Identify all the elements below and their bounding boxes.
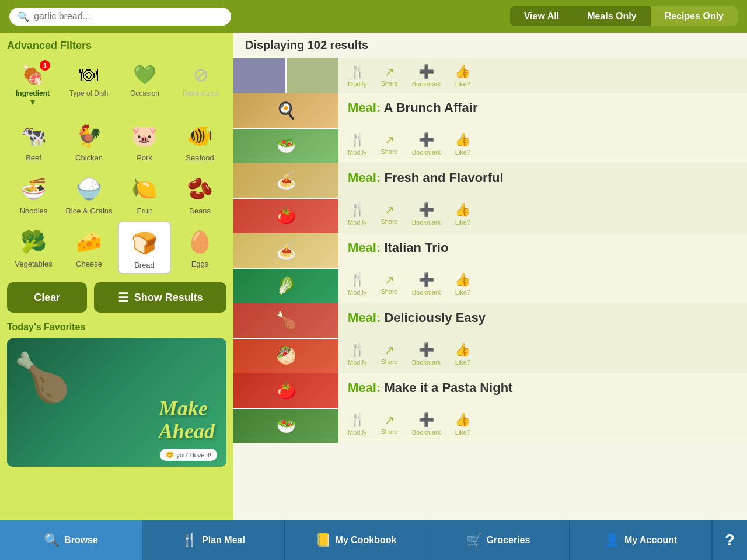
modify-4[interactable]: 🍴 Modify xyxy=(348,412,366,436)
action-like-partial[interactable]: 👍 Like? xyxy=(455,64,470,88)
partial-img-1 xyxy=(233,58,285,93)
result-name-1: Fresh and Flavorful xyxy=(384,170,503,185)
ingredient-chicken[interactable]: 🐓 Chicken xyxy=(62,115,116,166)
ingredient-grid: 🐄 Beef 🐓 Chicken 🐷 Pork 🐠 Seafood 🍜 Noo xyxy=(7,115,226,274)
main-content: Advanced Filters 🍖 1 Ingredient ▼ 🍽 Type… xyxy=(0,33,747,520)
favorites-image[interactable]: 🍗 MakeAhead 😊 you'll love it! xyxy=(7,338,226,467)
result-images-2: 🍝 🥬 xyxy=(233,233,338,303)
ingredient-seafood[interactable]: 🐠 Seafood xyxy=(173,115,226,166)
bookmark-1[interactable]: ➕ Bookmark xyxy=(412,202,441,226)
nav-plan-meal[interactable]: 🍴 Plan Meal xyxy=(142,520,285,560)
bookmark-label-partial: Bookmark xyxy=(412,80,441,88)
restrictions-icon: ⊘ xyxy=(183,60,218,89)
result-name-2: Italian Trio xyxy=(384,240,448,255)
ingredient-fruit[interactable]: 🍋 Fruit xyxy=(118,168,171,219)
search-box[interactable]: 🔍 xyxy=(9,8,231,26)
filter-tab-occasion[interactable]: 💚 Occasion xyxy=(119,60,170,107)
result-info-4: Meal: Make it a Pasta Night 🍴 Modify ↗ S… xyxy=(338,373,747,443)
result-item-partial: 🍴 Modify ↗ Share ➕ Bookmark 👍 xyxy=(233,58,747,93)
filter-tab-restrictions[interactable]: ⊘ Restrictions xyxy=(175,60,226,107)
beans-icon: 🫘 xyxy=(180,172,221,206)
ingredient-noodles[interactable]: 🍜 Noodles xyxy=(7,168,60,219)
result-item-0: 🍳 🥗 Meal: A Brunch Affair 🍴 Modify xyxy=(233,93,747,163)
seafood-icon: 🐠 xyxy=(180,118,221,153)
result-actions-2: 🍴 Modify ↗ Share ➕ Bookmark 👍 xyxy=(348,272,738,296)
results-header: Displaying 102 results xyxy=(233,33,747,58)
like-2[interactable]: 👍 Like? xyxy=(455,272,470,296)
nav-help[interactable]: ? xyxy=(712,520,747,560)
view-tabs: View All Meals Only Recipes Only xyxy=(510,6,738,26)
share-icon-2: ↗ xyxy=(385,273,395,287)
result-images-1: 🍝 🍅 xyxy=(233,163,338,233)
bookmark-0[interactable]: ➕ Bookmark xyxy=(412,132,441,156)
badge-icon: 😊 xyxy=(166,451,174,459)
modify-label-0: Modify xyxy=(348,149,366,156)
filter-tab-ingredient[interactable]: 🍖 1 Ingredient ▼ xyxy=(7,60,58,107)
tab-recipes-only[interactable]: Recipes Only xyxy=(651,6,738,26)
partial-images xyxy=(233,58,338,93)
result-title-1: Meal: Fresh and Flavorful xyxy=(348,170,738,186)
help-icon: ? xyxy=(725,531,735,550)
nav-browse[interactable]: 🔍 Browse xyxy=(0,520,142,560)
share-label-2: Share xyxy=(381,288,397,295)
ingredient-pork[interactable]: 🐷 Pork xyxy=(118,115,171,166)
tab-meals-only[interactable]: Meals Only xyxy=(573,6,650,26)
share-4[interactable]: ↗ Share xyxy=(381,413,397,435)
share-3[interactable]: ↗ Share xyxy=(381,343,397,365)
pork-icon: 🐷 xyxy=(124,118,165,153)
like-4[interactable]: 👍 Like? xyxy=(455,412,470,436)
like-3[interactable]: 👍 Like? xyxy=(455,342,470,366)
ingredient-bread[interactable]: 🍞 Bread xyxy=(118,221,171,274)
ingredient-beans[interactable]: 🫘 Beans xyxy=(173,168,226,219)
modify-0[interactable]: 🍴 Modify xyxy=(348,132,366,156)
eggs-label: Eggs xyxy=(191,260,209,268)
tab-view-all[interactable]: View All xyxy=(510,6,573,26)
filter-arrow: ▼ xyxy=(29,97,37,107)
nav-my-account[interactable]: 👤 My Account xyxy=(570,520,712,560)
share-0[interactable]: ↗ Share xyxy=(381,133,397,155)
action-share-partial[interactable]: ↗ Share xyxy=(381,65,397,87)
partial-actions: 🍴 Modify ↗ Share ➕ Bookmark 👍 xyxy=(348,64,470,88)
result-images-3: 🍗 🥙 xyxy=(233,303,338,373)
search-input[interactable] xyxy=(34,11,223,22)
modify-label-partial: Modify xyxy=(348,80,366,88)
like-0[interactable]: 👍 Like? xyxy=(455,132,470,156)
food-icon-bot-0: 🥗 xyxy=(233,129,338,163)
ingredient-beef[interactable]: 🐄 Beef xyxy=(7,115,60,166)
modify-2[interactable]: 🍴 Modify xyxy=(348,272,366,296)
chicken-icon: 🐓 xyxy=(69,118,110,153)
modify-1[interactable]: 🍴 Modify xyxy=(348,202,366,226)
share-1[interactable]: ↗ Share xyxy=(381,203,397,225)
result-actions-0: 🍴 Modify ↗ Share ➕ Bookmark 👍 xyxy=(348,132,738,156)
filter-tab-type-of-dish[interactable]: 🍽 Type of Dish xyxy=(63,60,114,107)
action-modify-partial[interactable]: 🍴 Modify xyxy=(348,64,366,88)
result-info-0: Meal: A Brunch Affair 🍴 Modify ↗ Share xyxy=(338,93,747,163)
bookmark-label-4: Bookmark xyxy=(412,429,441,436)
bookmark-2[interactable]: ➕ Bookmark xyxy=(412,272,441,296)
share-2[interactable]: ↗ Share xyxy=(381,273,397,295)
like-label-3: Like? xyxy=(455,359,470,366)
result-item-2: 🍝 🥬 Meal: Italian Trio 🍴 Modify xyxy=(233,233,747,303)
modify-3[interactable]: 🍴 Modify xyxy=(348,342,366,366)
like-icon-0: 👍 xyxy=(455,132,470,148)
ingredient-eggs[interactable]: 🥚 Eggs xyxy=(173,221,226,274)
ingredient-cheese[interactable]: 🧀 Cheese xyxy=(62,221,116,274)
ingredient-rice-grains[interactable]: 🍚 Rice & Grains xyxy=(62,168,116,219)
nav-my-cookbook[interactable]: 📒 My Cookbook xyxy=(285,520,427,560)
occasion-icon: 💚 xyxy=(127,60,162,89)
food-icon-bot-2: 🥬 xyxy=(233,269,338,303)
like-label-2: Like? xyxy=(455,289,470,296)
like-icon-2: 👍 xyxy=(455,272,470,288)
bookmark-3[interactable]: ➕ Bookmark xyxy=(412,342,441,366)
clear-button[interactable]: Clear xyxy=(7,282,87,313)
show-results-button[interactable]: ☰ Show Results xyxy=(94,282,226,313)
cheese-icon: 🧀 xyxy=(69,225,110,260)
groceries-icon: 🛒 xyxy=(466,533,482,548)
ingredient-vegetables[interactable]: 🥦 Vegetables xyxy=(7,221,60,274)
bookmark-4[interactable]: ➕ Bookmark xyxy=(412,412,441,436)
nav-groceries[interactable]: 🛒 Groceries xyxy=(427,520,570,560)
like-1[interactable]: 👍 Like? xyxy=(455,202,470,226)
action-bookmark-partial[interactable]: ➕ Bookmark xyxy=(412,64,441,88)
share-label-4: Share xyxy=(381,428,397,435)
bookmark-icon-1: ➕ xyxy=(418,202,434,218)
